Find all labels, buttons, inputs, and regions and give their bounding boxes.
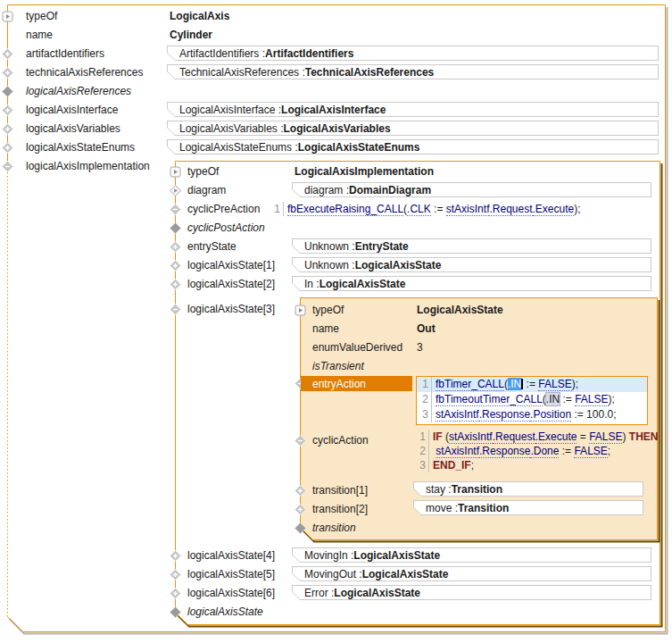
code-token[interactable]: fbTimer_CALL <box>436 378 504 391</box>
diamond-plus-icon[interactable] <box>295 485 306 497</box>
value-typeOf[interactable]: LogicalAxisImplementation <box>295 165 434 179</box>
code-token[interactable]: stAxisIntf <box>436 445 479 458</box>
value-box-diagram[interactable]: diagram : DomainDiagram <box>292 182 651 197</box>
code-token[interactable]: FALSE <box>538 378 571 391</box>
diamond-minus-icon[interactable] <box>170 304 181 315</box>
code-line[interactable]: 3stAxisIntf.Response.Position := 100.0; <box>417 407 647 422</box>
play-square-icon[interactable] <box>170 166 181 178</box>
code-token[interactable]: .Execute <box>533 203 575 216</box>
code-token[interactable]: ) <box>622 430 628 443</box>
code-token[interactable]: .Response <box>479 408 530 422</box>
code-token[interactable]: .Done <box>530 445 559 458</box>
code-token[interactable]: ); <box>574 203 580 215</box>
code-token[interactable]: ; <box>608 445 610 457</box>
code-token[interactable]: := <box>431 203 446 215</box>
code-text[interactable]: fbTimeoutTimer_CALL(.IN := FALSE); <box>432 392 615 407</box>
code-text[interactable]: stAxisIntf.Response.Done := FALSE; <box>429 444 610 458</box>
diamond-plus-icon[interactable] <box>2 142 13 154</box>
value-box-logicalAxisState-4[interactable]: MovingIn : LogicalAxisState <box>292 547 651 563</box>
diamond-plus-icon[interactable] <box>170 241 181 253</box>
diamond-minus-icon[interactable] <box>295 435 306 447</box>
code-token[interactable]: := <box>523 378 538 390</box>
value-name[interactable]: Out <box>417 322 436 336</box>
diamond-solid-icon[interactable] <box>170 222 181 234</box>
play-square-icon[interactable] <box>295 305 306 316</box>
code-token[interactable]: stAxisIntf <box>436 408 479 422</box>
entry-action-code-editor[interactable]: 1fbTimer_CALL(.IN := FALSE); 2fbTimeoutT… <box>416 376 648 425</box>
value-box-technicalAxisReferences[interactable]: TechnicalAxisReferences : TechnicalAxisR… <box>167 64 659 79</box>
code-token[interactable]: .Request <box>489 203 532 216</box>
value-box-logicalAxisVariables[interactable]: LogicalAxisVariables : LogicalAxisVariab… <box>167 121 659 136</box>
code-token[interactable]: .Request <box>493 430 535 444</box>
code-token[interactable]: = <box>577 430 589 443</box>
value-box-logicalAxisState-6[interactable]: Error : LogicalAxisState <box>292 585 651 600</box>
code-token[interactable]: FALSE <box>575 393 608 406</box>
value-box-artifactIdentifiers[interactable]: ArtifactIdentifiers : ArtifactIdentifier… <box>167 46 659 61</box>
code-token[interactable]: .Response <box>479 445 530 458</box>
diamond-plus-icon[interactable] <box>170 588 181 599</box>
diamond-plus-icon[interactable] <box>295 504 306 515</box>
diamond-solid-icon[interactable] <box>170 606 181 618</box>
value-box-transition-2[interactable]: move : Transition <box>413 500 643 515</box>
diamond-minus-icon[interactable] <box>2 161 13 172</box>
value-enumValueDerived[interactable]: 3 <box>417 341 423 355</box>
code-token[interactable]: .Position <box>530 408 571 422</box>
value-box-logicalAxisInterface[interactable]: LogicalAxisInterface : LogicalAxisInterf… <box>167 102 659 117</box>
diamond-play-icon[interactable] <box>170 185 181 196</box>
value-typeOf[interactable]: LogicalAxis <box>170 10 229 23</box>
code-token[interactable]: ( <box>443 430 449 443</box>
value-name[interactable]: Cylinder <box>170 29 212 42</box>
code-token[interactable]: ); <box>572 378 578 390</box>
code-text[interactable]: END_IF; <box>429 458 474 472</box>
value-box-entryState[interactable]: Unknown : EntryState <box>292 238 651 254</box>
diamond-solid-icon[interactable] <box>2 86 13 97</box>
code-token[interactable]: .Execute <box>535 430 577 444</box>
selected-token[interactable]: .IN <box>508 378 521 390</box>
value-box-logicalAxisState-5[interactable]: MovingOut : LogicalAxisState <box>292 566 651 581</box>
code-line[interactable]: 1IF (stAxisIntf.Request.Execute = FALSE)… <box>414 430 659 444</box>
diamond-plus-icon[interactable] <box>2 48 13 60</box>
code-token[interactable]: stAxisIntf <box>446 203 490 216</box>
code-line[interactable]: 3END_IF; <box>414 458 659 472</box>
diamond-plus-icon[interactable] <box>170 569 181 580</box>
code-token[interactable]: := <box>560 393 575 405</box>
code-text[interactable]: IF (stAxisIntf.Request.Execute = FALSE) … <box>429 430 659 444</box>
diamond-plus-icon[interactable] <box>2 123 13 135</box>
value-box-transition-1[interactable]: stay : Transition <box>413 481 643 497</box>
diamond-plus-icon[interactable] <box>170 279 181 290</box>
value-box-logicalAxisState-2[interactable]: In : LogicalAxisState <box>292 276 651 291</box>
code-token[interactable]: fbExecuteRaising_CALL <box>287 203 403 216</box>
diamond-solid-icon[interactable] <box>295 522 306 534</box>
code-token[interactable]: FALSE <box>589 430 622 444</box>
code-line[interactable]: 2 stAxisIntf.Response.Done := FALSE; <box>414 444 659 458</box>
code-token[interactable]: ; <box>471 459 474 472</box>
value-box-logicalAxisStateEnums[interactable]: LogicalAxisStateEnums : LogicalAxisState… <box>167 139 659 154</box>
code-line[interactable]: 2fbTimeoutTimer_CALL(.IN := FALSE); <box>417 392 647 407</box>
code-token[interactable]: := 100.0; <box>571 408 616 421</box>
code-line[interactable]: 1fbTimer_CALL(.IN := FALSE); <box>417 377 647 392</box>
code-text[interactable]: stAxisIntf.Response.Position := 100.0; <box>432 407 616 422</box>
code-token[interactable]: fbTimeoutTimer_CALL <box>436 393 543 406</box>
cyclic-action-code[interactable]: 1IF (stAxisIntf.Request.Execute = FALSE)… <box>414 430 659 472</box>
diamond-plus-icon[interactable] <box>170 260 181 271</box>
code-token[interactable]: .CLK <box>407 203 431 216</box>
diamond-plus-icon[interactable] <box>2 67 13 79</box>
play-square-icon[interactable] <box>2 11 13 22</box>
keyword-token[interactable]: END_IF <box>433 459 471 472</box>
code-token[interactable]: FALSE <box>574 445 607 458</box>
cyclic-pre-action-code[interactable]: 1fbExecuteRaising_CALL(.CLK := stAxisInt… <box>269 202 581 216</box>
code-text[interactable]: fbTimer_CALL(.IN := FALSE); <box>432 377 578 392</box>
keyword-token[interactable]: THEN <box>629 430 659 443</box>
code-token[interactable]: stAxisIntf <box>449 430 493 444</box>
value-typeOf[interactable]: LogicalAxisState <box>417 304 503 317</box>
code-line[interactable]: 1fbExecuteRaising_CALL(.CLK := stAxisInt… <box>269 202 581 216</box>
code-token[interactable]: .IN <box>546 393 560 405</box>
selected-property-entryAction[interactable]: entryAction <box>301 376 412 391</box>
code-text[interactable]: fbExecuteRaising_CALL(.CLK := stAxisIntf… <box>284 202 581 216</box>
keyword-token[interactable]: IF <box>433 430 443 443</box>
diamond-minus-icon[interactable] <box>170 204 181 215</box>
code-token[interactable]: ); <box>609 393 615 405</box>
diamond-plus-icon[interactable] <box>2 104 13 116</box>
diamond-plus-icon[interactable] <box>170 550 181 562</box>
code-token[interactable]: := <box>559 445 574 457</box>
